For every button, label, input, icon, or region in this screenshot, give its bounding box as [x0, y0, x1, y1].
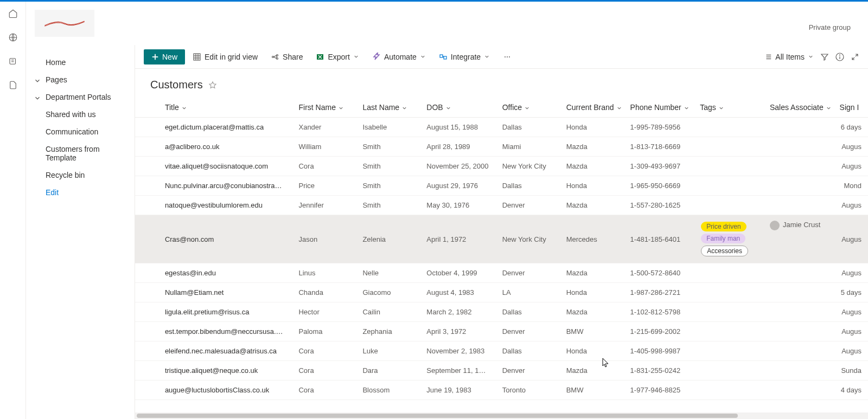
cell-office: Denver — [496, 322, 560, 341]
col-dob[interactable]: DOB — [420, 98, 495, 118]
table-row[interactable]: eleifend.nec.malesuada@atrisus.ca Cora L… — [135, 341, 868, 361]
svg-rect-16 — [444, 56, 446, 59]
col-brand[interactable]: Current Brand — [560, 98, 624, 118]
svg-point-20 — [509, 56, 510, 57]
file-icon[interactable] — [8, 80, 18, 91]
cell-brand: Honda — [560, 176, 624, 196]
cell-first: Cora — [292, 361, 356, 381]
cell-office: Toronto — [496, 381, 560, 400]
nav-recycle[interactable]: Recycle bin — [26, 166, 135, 184]
horizontal-scrollbar[interactable] — [135, 412, 868, 419]
col-select[interactable] — [135, 98, 158, 118]
col-sales[interactable]: Sales Associate — [763, 98, 833, 118]
col-last[interactable]: Last Name — [356, 98, 420, 118]
cell-last: Zelenia — [356, 215, 420, 263]
nav-department-portals[interactable]: Department Portals — [26, 88, 135, 106]
cell-office: Dallas — [496, 341, 560, 361]
cell-last: Cailin — [356, 302, 420, 322]
cell-tags — [693, 361, 763, 381]
cell-title[interactable]: Cras@non.com — [158, 215, 292, 263]
cell-first: Linus — [292, 263, 356, 283]
table-row[interactable]: a@aclibero.co.uk William Smith April 28,… — [135, 137, 868, 157]
view-selector[interactable]: All Items — [764, 53, 814, 61]
grid-icon — [193, 53, 201, 61]
table-row[interactable]: vitae.aliquet@sociisnatoque.com Cora Smi… — [135, 157, 868, 176]
cell-tags — [693, 196, 763, 215]
favorite-icon[interactable] — [208, 81, 217, 89]
table-row[interactable]: ligula.elit.pretium@risus.ca Hector Cail… — [135, 302, 868, 322]
table-row[interactable]: Nunc.pulvinar.arcu@conubianostraper.edu … — [135, 176, 868, 196]
cell-tags — [693, 157, 763, 176]
cell-title[interactable]: eget.dictum.placerat@mattis.ca — [158, 118, 292, 137]
cell-phone: 1-500-572-8640 — [624, 263, 694, 283]
tag-price-driven: Price driven — [701, 222, 746, 231]
cell-tags: Price driven Family man Accessories — [693, 215, 763, 263]
table-row[interactable]: Cras@non.com Jason Zelenia April 1, 1972… — [135, 215, 868, 263]
cell-title[interactable]: tristique.aliquet@neque.co.uk — [158, 361, 292, 381]
col-sign[interactable]: Sign I — [833, 98, 868, 118]
cell-tags — [693, 283, 763, 302]
cell-title[interactable]: Nullam@Etiam.net — [158, 283, 292, 302]
cell-first: Cora — [292, 157, 356, 176]
private-group-label: Private group — [809, 23, 851, 31]
nav-home[interactable]: Home — [26, 54, 135, 71]
col-title[interactable]: Title — [158, 98, 292, 118]
home-icon[interactable] — [8, 8, 18, 19]
cell-title[interactable]: ligula.elit.pretium@risus.ca — [158, 302, 292, 322]
share-button[interactable]: Share — [265, 49, 308, 65]
cell-title[interactable]: est.tempor.bibendum@neccursusa.com — [158, 322, 292, 341]
tag-accessories: Accessories — [701, 246, 748, 256]
cell-last: Blossom — [356, 381, 420, 400]
table-row[interactable]: augue@luctuslobortisClass.co.uk Cora Blo… — [135, 381, 868, 400]
cell-tags — [693, 176, 763, 196]
col-phone[interactable]: Phone Number — [624, 98, 694, 118]
site-logo[interactable] — [35, 10, 94, 37]
cell-first: Jennifer — [292, 196, 356, 215]
cell-last: Smith — [356, 176, 420, 196]
cell-first: Cora — [292, 341, 356, 361]
table-row[interactable]: Nullam@Etiam.net Chanda Giacomo August 4… — [135, 283, 868, 302]
table-row[interactable]: eget.dictum.placerat@mattis.ca Xander Is… — [135, 118, 868, 137]
more-button[interactable] — [497, 49, 517, 65]
cell-sign: Augus — [833, 302, 868, 322]
cell-title[interactable]: augue@luctuslobortisClass.co.uk — [158, 381, 292, 400]
cell-last: Giacomo — [356, 283, 420, 302]
edit-grid-button[interactable]: Edit in grid view — [187, 49, 263, 65]
table-row[interactable]: tristique.aliquet@neque.co.uk Cora Dara … — [135, 361, 868, 381]
nav-pages[interactable]: Pages — [26, 71, 135, 88]
cell-title[interactable]: egestas@in.edu — [158, 263, 292, 283]
cell-tags — [693, 322, 763, 341]
nav-edit[interactable]: Edit — [26, 184, 135, 201]
more-icon — [503, 53, 512, 61]
integrate-button[interactable]: Integrate — [433, 49, 495, 65]
col-tags[interactable]: Tags — [693, 98, 763, 118]
col-first[interactable]: First Name — [292, 98, 356, 118]
nav-communication[interactable]: Communication — [26, 123, 135, 140]
table-row[interactable]: est.tempor.bibendum@neccursusa.com Palom… — [135, 322, 868, 341]
cell-title[interactable]: a@aclibero.co.uk — [158, 137, 292, 157]
nav-customers-template[interactable]: Customers from Template — [26, 140, 135, 166]
cell-first: William — [292, 137, 356, 157]
cell-title[interactable]: Nunc.pulvinar.arcu@conubianostraper.edu — [158, 176, 292, 196]
table-row[interactable]: natoque@vestibulumlorem.edu Jennifer Smi… — [135, 196, 868, 215]
info-button[interactable] — [835, 53, 844, 61]
cell-title[interactable]: eleifend.nec.malesuada@atrisus.ca — [158, 341, 292, 361]
nav-shared[interactable]: Shared with us — [26, 106, 135, 123]
cell-sales — [763, 118, 833, 137]
globe-icon[interactable] — [8, 32, 18, 43]
new-button[interactable]: New — [144, 49, 185, 65]
col-office[interactable]: Office — [496, 98, 560, 118]
filter-button[interactable] — [820, 53, 829, 61]
cell-title[interactable]: vitae.aliquet@sociisnatoque.com — [158, 157, 292, 176]
cell-last: Smith — [356, 196, 420, 215]
cell-phone: 1-977-946-8825 — [624, 381, 694, 400]
filter-icon — [820, 53, 829, 61]
cell-dob: November 2, 1983 — [420, 341, 495, 361]
expand-button[interactable] — [851, 53, 859, 61]
export-button[interactable]: Export — [310, 49, 364, 65]
customers-table: Title First Name Last Name DOB Office Cu… — [135, 98, 868, 412]
cell-title[interactable]: natoque@vestibulumlorem.edu — [158, 196, 292, 215]
news-icon[interactable] — [8, 56, 18, 67]
table-row[interactable]: egestas@in.edu Linus Nelle October 4, 19… — [135, 263, 868, 283]
automate-button[interactable]: Automate — [367, 49, 431, 65]
